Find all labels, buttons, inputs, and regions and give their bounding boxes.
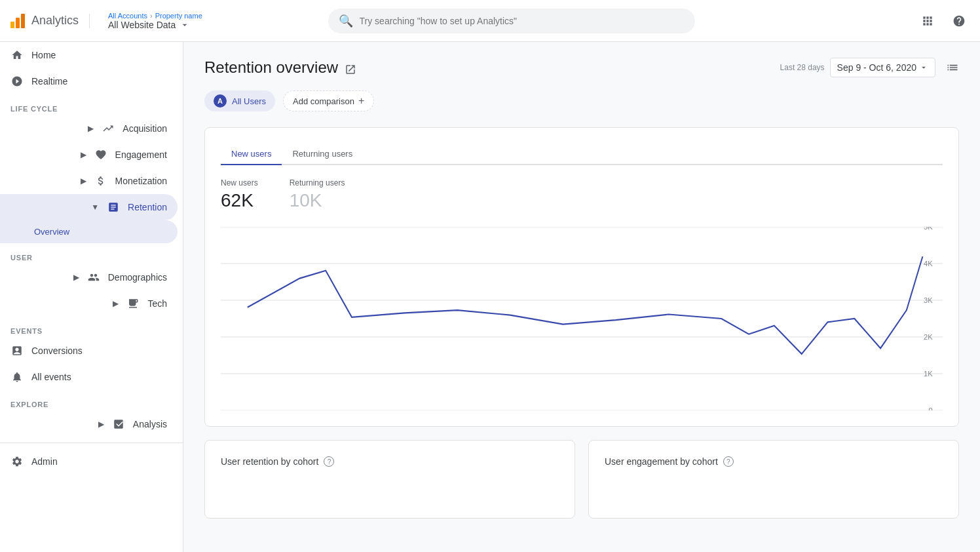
all-users-label: All Users — [232, 96, 266, 106]
sidebar-item-overview[interactable]: Overview — [0, 220, 178, 243]
date-range-label: Last 28 days — [780, 63, 825, 72]
search-bar[interactable]: 🔍 — [328, 9, 695, 33]
sidebar-all-events-label: All events — [31, 372, 71, 382]
user-retention-label: User retention by cohort — [221, 456, 318, 467]
sidebar-admin-label: Admin — [31, 456, 58, 467]
all-users-chip[interactable]: A All Users — [204, 90, 275, 111]
sidebar-engagement-label: Engagement — [115, 149, 167, 160]
chevron-down-icon — [919, 63, 928, 72]
metric-returning-users-value: 10K — [290, 190, 345, 211]
realtime-icon — [10, 75, 24, 88]
sidebar-retention-label: Retention — [128, 202, 167, 212]
sidebar-tech-label: Tech — [147, 298, 167, 309]
topbar-actions — [917, 10, 970, 31]
chevron-down-icon: ▼ — [91, 203, 99, 212]
sidebar-item-conversions[interactable]: Conversions — [0, 338, 178, 364]
breadcrumb-accounts[interactable]: All Accounts — [108, 12, 147, 20]
date-range-text: Sep 9 - Oct 6, 2020 — [837, 62, 916, 73]
search-input[interactable] — [360, 16, 685, 26]
user-section-label: USER — [0, 243, 183, 264]
tab-returning-users[interactable]: Returning users — [282, 144, 363, 165]
sidebar-realtime-label: Realtime — [31, 76, 67, 87]
monetization-icon — [94, 174, 107, 187]
add-comparison-label: Add comparison — [293, 96, 354, 106]
date-range-selector[interactable]: Sep 9 - Oct 6, 2020 — [830, 58, 935, 77]
filters-bar: A All Users Add comparison + — [204, 90, 959, 111]
chart-tabs: New users Returning users — [221, 144, 943, 165]
apps-icon[interactable] — [917, 10, 938, 31]
metric-returning-users: Returning users 10K — [290, 178, 345, 211]
sidebar-item-all-events[interactable]: All events — [0, 364, 178, 390]
engagement-icon — [94, 148, 107, 161]
avatar-letter: A — [217, 97, 223, 105]
sidebar-item-monetization[interactable]: ▶ Monetization — [0, 168, 178, 194]
logo-area: Analytics — [10, 14, 90, 28]
sidebar-acquisition-label: Acquisition — [122, 123, 167, 134]
analytics-logo — [10, 14, 25, 28]
home-icon — [10, 49, 24, 62]
plus-icon: + — [358, 95, 364, 107]
sidebar-home-label: Home — [31, 50, 56, 60]
chevron-right-icon: ▶ — [73, 273, 79, 282]
all-events-icon — [10, 370, 24, 384]
sidebar-item-home[interactable]: Home — [0, 42, 178, 68]
topbar: Analytics All Accounts › Property name A… — [0, 0, 980, 42]
sidebar-item-demographics[interactable]: ▶ Demographics — [0, 264, 178, 290]
help-button-retention[interactable]: ? — [324, 456, 334, 467]
breadcrumb-property[interactable]: Property name — [155, 12, 202, 20]
add-comparison-button[interactable]: Add comparison + — [283, 90, 374, 111]
search-area: 🔍 — [328, 9, 695, 33]
sidebar-analysis-label: Analysis — [133, 419, 167, 429]
user-retention-cohort-card: User retention by cohort ? — [204, 440, 575, 519]
sidebar-item-admin[interactable]: Admin — [0, 448, 178, 475]
search-icon: 🔍 — [339, 14, 353, 28]
sidebar-item-retention[interactable]: ▼ Retention — [0, 194, 178, 220]
svg-text:2K: 2K — [924, 333, 933, 341]
demographics-icon — [87, 271, 100, 284]
help-icon[interactable] — [949, 10, 970, 31]
admin-icon — [10, 455, 24, 468]
user-retention-title: User retention by cohort ? — [221, 456, 559, 467]
metric-new-users: New users 62K — [221, 178, 258, 211]
sidebar-item-acquisition[interactable]: ▶ Acquisition — [0, 115, 178, 142]
chevron-right-icon: ▶ — [88, 124, 94, 133]
page-title-area: Retention overview — [204, 58, 358, 77]
chevron-right-icon: ▶ — [98, 420, 104, 429]
explore-section-label: EXPLORE — [0, 390, 183, 411]
conversions-icon — [10, 344, 24, 357]
chevron-right-icon: ▶ — [81, 150, 86, 159]
sidebar-item-engagement[interactable]: ▶ Engagement — [0, 142, 178, 168]
help-button-engagement[interactable]: ? — [723, 456, 734, 467]
breadcrumb-arrow: › — [150, 12, 153, 20]
metric-new-users-value: 62K — [221, 190, 258, 211]
user-engagement-label: User engagement by cohort — [605, 456, 718, 467]
app-name: Analytics — [31, 14, 79, 28]
content-header: Retention overview Last 28 days Sep 9 - … — [204, 58, 959, 77]
chevron-down-icon — [179, 20, 190, 30]
chart-type-icon[interactable] — [946, 61, 959, 74]
page-title-text: Retention overview — [204, 58, 338, 77]
sidebar-item-realtime[interactable]: Realtime — [0, 68, 178, 94]
acquisition-icon — [102, 122, 115, 135]
analysis-icon — [112, 418, 125, 431]
events-section-label: EVENTS — [0, 317, 183, 338]
sidebar: Home Realtime LIFE CYCLE ▶ Acquisition ▶… — [0, 42, 183, 552]
sidebar-demographics-label: Demographics — [108, 272, 167, 283]
account-selector[interactable]: All Website Data — [108, 20, 202, 30]
sidebar-item-tech[interactable]: ▶ Tech — [0, 290, 178, 317]
date-range-area: Last 28 days Sep 9 - Oct 6, 2020 — [780, 58, 959, 77]
sidebar-item-analysis[interactable]: ▶ Analysis — [0, 411, 178, 437]
user-engagement-cohort-card: User engagement by cohort ? — [588, 440, 959, 519]
line-chart-container: 5K 4K 3K 2K 1K 0 09 Sep 11 13 15 — [221, 227, 943, 410]
sidebar-conversions-label: Conversions — [31, 345, 83, 356]
user-avatar: A — [214, 94, 227, 108]
main-chart-card: New users Returning users New users 62K … — [204, 127, 959, 427]
svg-text:0: 0 — [928, 406, 932, 410]
svg-text:1K: 1K — [924, 370, 933, 378]
metric-returning-users-label: Returning users — [290, 178, 345, 187]
lifecycle-section-label: LIFE CYCLE — [0, 94, 183, 115]
content-area: Retention overview Last 28 days Sep 9 - … — [183, 42, 980, 552]
chevron-right-icon: ▶ — [81, 176, 86, 186]
tab-new-users[interactable]: New users — [221, 144, 282, 165]
external-link-icon[interactable] — [345, 61, 358, 74]
